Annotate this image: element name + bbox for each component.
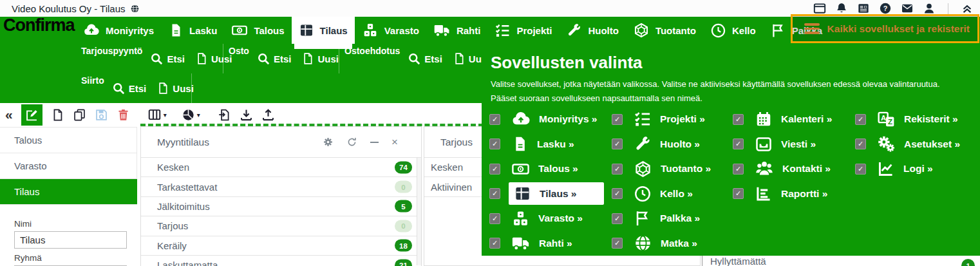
app-link[interactable]: Matka » (631, 231, 704, 255)
tab-tilaus[interactable]: Tilaus (292, 17, 355, 44)
app-item-varasto[interactable]: ✓Varasto » (489, 206, 612, 231)
status-row-tarkastettavat[interactable]: Tarkastettavat0 (141, 177, 421, 196)
tab-moniyritys[interactable]: Moniyritys (76, 17, 161, 44)
app-item-asetukset[interactable]: ✓Asetukset » (855, 132, 980, 157)
app-link[interactable]: Logi » (874, 157, 939, 180)
siirto-uusi-button[interactable]: Uusi (156, 82, 194, 95)
checkbox-checked[interactable]: ✓ (489, 114, 500, 125)
app-item-viesti[interactable]: ✓Viesti » (733, 132, 855, 157)
columns-layout-button[interactable]: ▾ (147, 108, 167, 122)
app-link[interactable]: Projekti » (631, 108, 711, 131)
checkbox-checked[interactable]: ✓ (489, 238, 500, 249)
tab-lasku[interactable]: Lasku (161, 17, 224, 44)
collapse-left-button[interactable]: « (5, 107, 13, 122)
bell-icon[interactable] (835, 2, 848, 15)
app-link[interactable]: Kello » (631, 182, 699, 205)
app-link[interactable]: Kalenteri » (752, 108, 838, 131)
confirma-logo[interactable]: Confirma (3, 15, 75, 35)
app-link-selected[interactable]: Tilaus » (509, 182, 604, 205)
checkbox-checked[interactable]: ✓ (489, 138, 500, 149)
scrollbar[interactable] (417, 158, 421, 265)
app-link[interactable]: Asetukset » (874, 132, 966, 156)
checkbox-checked[interactable]: ✓ (733, 188, 744, 199)
app-item-moniyritys[interactable]: ✓Moniyritys » (489, 107, 612, 132)
checkbox-checked[interactable]: ✓ (612, 114, 623, 125)
upload-button[interactable] (261, 108, 275, 122)
tab-projekti[interactable]: Projekti (487, 17, 559, 44)
tab-talous[interactable]: Talous (224, 17, 291, 44)
checkbox-checked[interactable]: ✓ (733, 164, 744, 175)
tab-kello[interactable]: Kello (703, 17, 763, 44)
siirto-etsi-button[interactable]: Etsi (112, 82, 147, 95)
app-item-projekti[interactable]: ✓Projekti » (612, 107, 731, 132)
app-link[interactable]: Tuotanto » (631, 157, 717, 181)
app-link[interactable]: Kontakti » (752, 157, 837, 181)
dashboard-button[interactable]: ▾ (182, 108, 200, 122)
help-icon[interactable] (879, 2, 892, 15)
collapse-up-icon[interactable] (961, 2, 974, 15)
sidebar-item-tilaus[interactable]: Tilaus (0, 179, 137, 205)
app-item-kontakti[interactable]: ✓Kontakti » (733, 157, 855, 182)
export-button[interactable] (218, 108, 231, 122)
tarjouspyynto-etsi-button[interactable]: Etsi (150, 52, 185, 66)
checkbox-checked[interactable]: ✓ (855, 164, 866, 175)
new-button[interactable] (51, 108, 64, 122)
app-item-tuotanto[interactable]: ✓Tuotanto » (612, 157, 731, 182)
tab-tuotanto[interactable]: Tuotanto (626, 17, 703, 44)
checkbox-checked[interactable]: ✓ (733, 138, 744, 149)
minimize-icon[interactable] (370, 142, 379, 143)
checkbox-checked[interactable]: ✓ (612, 164, 623, 175)
checkbox-checked[interactable]: ✓ (612, 138, 623, 149)
ostoehdotus-etsi-button[interactable]: Etsi (408, 52, 442, 66)
app-item-logi[interactable]: ✓Logi » (855, 157, 980, 182)
app-item-rahti[interactable]: ✓Rahti » (489, 231, 612, 256)
delete-button[interactable] (117, 108, 130, 122)
app-link[interactable]: Lasku » (509, 133, 581, 155)
app-item-tilaus[interactable]: ✓Tilaus » (489, 182, 612, 207)
app-link[interactable]: Viesti » (752, 133, 822, 156)
checkbox-checked[interactable]: ✓ (612, 213, 623, 224)
checkbox-checked[interactable]: ✓ (733, 114, 744, 125)
app-item-raportti[interactable]: ✓Raportti » (733, 182, 855, 207)
download-button[interactable] (240, 108, 253, 122)
sidebar-item-talous[interactable]: Talous (0, 128, 137, 153)
status-row-laskuttamatta[interactable]: Laskuttamatta21 (141, 256, 421, 266)
osto-etsi-button[interactable]: Etsi (257, 52, 292, 66)
checkbox-checked[interactable]: ✓ (612, 238, 623, 249)
tab-rahti[interactable]: Rahti (426, 17, 488, 44)
status-row-jalkitoimitus[interactable]: Jälkitoimitus5 (141, 197, 421, 216)
status-row-kesken[interactable]: Kesken74 (141, 158, 421, 177)
checkbox-checked[interactable]: ✓ (489, 213, 500, 224)
checkbox-checked[interactable]: ✓ (612, 188, 623, 199)
app-item-rekisterit[interactable]: ✓Rekisterit » (855, 107, 980, 132)
sidebar-item-varasto[interactable]: Varasto (0, 153, 137, 179)
mail-icon[interactable] (901, 2, 914, 15)
save-button[interactable] (95, 108, 108, 122)
refresh-icon[interactable] (346, 137, 357, 147)
all-apps-button[interactable]: Kaikki sovellukset ja rekisterit (791, 14, 979, 43)
status-row-tarjous[interactable]: Tarjous0 (141, 216, 421, 236)
app-link[interactable]: Raportti » (752, 182, 834, 205)
app-link[interactable]: Huolto » (631, 133, 706, 156)
checkbox-checked[interactable]: ✓ (855, 114, 866, 125)
app-item-talous[interactable]: ✓Talous » (489, 157, 612, 182)
app-link[interactable]: Varasto » (509, 207, 589, 231)
app-item-kello[interactable]: ✓Kello » (612, 182, 731, 207)
app-link[interactable]: Rekisterit » (874, 108, 965, 131)
app-link[interactable]: Palkka » (631, 207, 706, 230)
app-link[interactable]: Rahti » (509, 231, 579, 256)
status-label[interactable]: Hyllyttämättä (710, 256, 766, 266)
app-item-lasku[interactable]: ✓Lasku » (489, 132, 612, 157)
app-item-huolto[interactable]: ✓Huolto » (612, 132, 731, 157)
tab-huolto[interactable]: Huolto (559, 17, 625, 44)
settings-icon[interactable] (323, 137, 334, 147)
window-icon[interactable] (813, 2, 826, 15)
app-item-kalenteri[interactable]: ✓Kalenteri » (733, 107, 855, 132)
news-icon[interactable] (857, 2, 870, 15)
osto-uusi-button[interactable]: Uusi (301, 52, 339, 65)
app-link[interactable]: Moniyritys » (509, 107, 603, 131)
app-item-matka[interactable]: ✓Matka » (612, 231, 731, 256)
app-item-palkka[interactable]: ✓Palkka » (612, 206, 731, 231)
tab-varasto[interactable]: Varasto (355, 17, 426, 44)
name-field[interactable] (14, 231, 127, 249)
